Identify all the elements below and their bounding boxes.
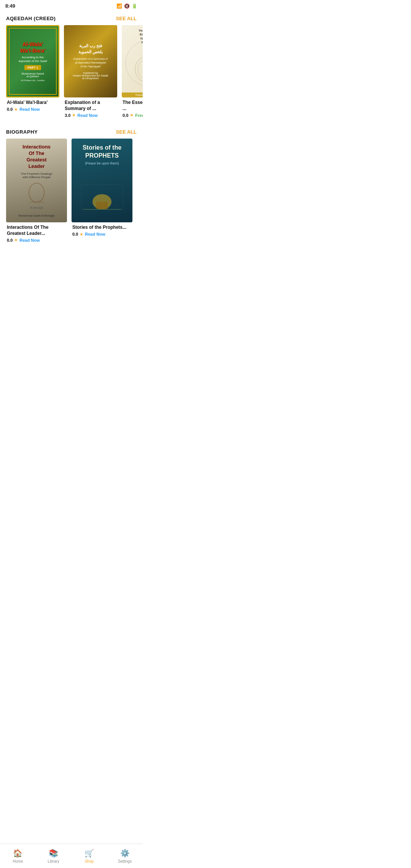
aqeedah-books-scroll: Al-Wala'Wa'l-Bara' According to theAqeed… [0, 25, 143, 124]
book-name-label: The Essential Elements ... [123, 100, 143, 112]
battery-icon: 🔋 [132, 3, 137, 9]
bio-subtitle-display: The Prophet's Dealingswith Different Peo… [21, 172, 53, 179]
part-badge: PART 1 [24, 65, 41, 70]
book-greatest-leader[interactable]: InteractionsOf TheGreatestLeader The Pro… [6, 139, 67, 243]
publisher-display: Al-Firdaus Ltd., London [21, 79, 45, 81]
star-icon: ★ [80, 232, 83, 237]
svg-text:Al-Munajjid: Al-Munajjid [30, 206, 43, 209]
wifi-icon: 🔇 [124, 3, 130, 9]
read-now-button[interactable]: Read Now [19, 238, 40, 243]
book-cover-explanation: فتح رب البريةبلخص الحموية Explanation of… [64, 25, 117, 97]
book-cover-al-wala: Al-Wala'Wa'l-Bara' According to theAqeed… [6, 25, 59, 97]
book-info-greatest-leader: Interactions Of The Greatest Leader... 0… [6, 222, 67, 243]
book-stories-prophets[interactable]: Stories of thePROPHETS (Peace be upon th… [72, 139, 132, 243]
price-row: 0.0 ★ Read Now [7, 238, 66, 243]
price-row: 0.0 ★ Free [123, 113, 143, 118]
book-essential[interactable]: The EssentialElements ofThe IslamicFaith… [122, 25, 143, 118]
star-icon: ★ [72, 113, 76, 118]
read-now-button[interactable]: Read Now [85, 232, 105, 236]
explained-by: explained byImaam Muhammad ibn Saalibal-… [73, 72, 108, 80]
star-icon: ★ [130, 113, 134, 118]
book-cover-stories-prophets: Stories of thePROPHETS (Peace be upon th… [72, 139, 132, 222]
biography-header: BIOGRAPHY SEE ALL [0, 124, 143, 139]
svg-point-2 [29, 183, 44, 202]
book-explanation[interactable]: فتح رب البريةبلخص الحموية Explanation of… [64, 25, 117, 118]
book-name-label: Stories of the Prophets... [72, 225, 132, 231]
svg-point-0 [135, 56, 143, 83]
essential-title-display: The EssentialElements ofThe IslamicFaith… [139, 29, 143, 45]
book-info-essential: The Essential Elements ... 0.0 ★ Free [122, 97, 143, 118]
read-now-button[interactable]: Read Now [77, 113, 97, 118]
book-subtitle-display: According to theAqeedah of the Salaf [19, 56, 47, 64]
book-cover-essential: The EssentialElements ofThe IslamicFaith… [122, 25, 143, 97]
price-row: 0.0 ★ Read Now [7, 107, 59, 112]
bio-title-display: InteractionsOf TheGreatestLeader [22, 144, 51, 170]
aqeedah-title: AQEEDAH (CREED) [6, 16, 56, 21]
arabic-title-display: فتح رب البريةبلخص الحموية [78, 43, 103, 55]
price-label: 3.0 [65, 113, 70, 118]
book-info-stories-prophets: Stories of the Prophets... 0.0 ★ Read No… [72, 222, 132, 237]
book-info-al-wala: Al-Wala' Wa'l-Bara' 0.0 ★ Read Now [6, 97, 59, 112]
price-row: 0.0 ★ Read Now [72, 232, 132, 237]
aqeedah-see-all[interactable]: SEE ALL [116, 16, 137, 21]
signal-icon: 📶 [116, 3, 122, 9]
book-name-label: Explanation of a Summary of ... [65, 100, 116, 112]
book-name-label: Al-Wala' Wa'l-Bara' [7, 100, 59, 106]
book-cover-greatest-leader: InteractionsOf TheGreatestLeader The Pro… [6, 139, 67, 222]
svg-rect-6 [96, 202, 108, 209]
star-icon: ★ [14, 107, 18, 112]
biography-books-scroll: InteractionsOf TheGreatestLeader The Pro… [0, 139, 143, 273]
eng-subtitle-display: Explanation of a Summary ofal-Aqeedatul-… [73, 57, 108, 68]
svg-point-1 [138, 59, 143, 80]
biography-see-all[interactable]: SEE ALL [116, 129, 137, 135]
status-icons: 📶 🔇 🔋 [116, 3, 137, 9]
price-label: 0.0 [72, 232, 78, 236]
book-title-display: Al-Wala'Wa'l-Bara' [20, 41, 46, 54]
price-row: 3.0 ★ Read Now [65, 113, 116, 118]
price-label: 0.0 [7, 107, 13, 112]
read-now-button[interactable]: Read Now [19, 107, 40, 112]
free-button[interactable]: Free [135, 113, 143, 118]
book-info-explanation: Explanation of a Summary of ... 3.0 ★ Re… [64, 97, 117, 118]
prophets-title-display: Stories of thePROPHETS [83, 144, 121, 160]
biography-title: BIOGRAPHY [6, 129, 38, 135]
status-bar: 8:49 📶 🔇 🔋 [0, 0, 143, 10]
book-author-display: Muhammad Saeedal-Qahtani [21, 72, 44, 78]
bio-author-display: Muhammad Saalih Al-Munajjid [19, 214, 55, 217]
price-label: 0.0 [123, 113, 128, 118]
star-icon: ★ [14, 238, 18, 243]
book-name-label: Interactions Of The Greatest Leader... [7, 225, 66, 236]
status-time: 8:49 [5, 3, 15, 9]
price-label: 0.0 [7, 238, 13, 243]
prophets-sub-display: (Peace be upon them) [85, 161, 119, 165]
book-al-wala[interactable]: Al-Wala'Wa'l-Bara' According to theAqeed… [6, 25, 59, 118]
aqeedah-header: AQEEDAH (CREED) SEE ALL [0, 10, 143, 25]
translation-badge: Translation of Arabic... [122, 93, 143, 97]
